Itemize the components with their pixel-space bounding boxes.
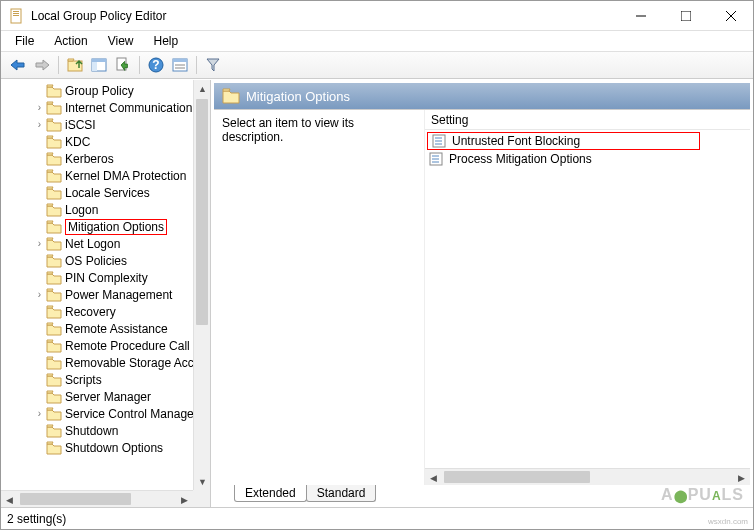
list-column-header[interactable]: Setting: [425, 110, 750, 130]
tree-node[interactable]: Kerberos: [1, 150, 210, 167]
tree-node[interactable]: Locale Services: [1, 184, 210, 201]
scroll-right-button[interactable]: ▶: [176, 491, 193, 507]
export-button[interactable]: [112, 54, 134, 76]
setting-icon: [432, 134, 448, 148]
show-hide-tree-button[interactable]: [88, 54, 110, 76]
folder-icon: [46, 288, 62, 302]
tree-node[interactable]: ›Net Logon: [1, 235, 210, 252]
tree-node-label: iSCSI: [65, 118, 96, 132]
maximize-button[interactable]: [663, 1, 708, 30]
up-button[interactable]: [64, 54, 86, 76]
scroll-thumb-h2[interactable]: [444, 471, 590, 483]
menu-bar: File Action View Help: [1, 31, 753, 51]
svg-rect-5: [681, 11, 691, 21]
tree-node[interactable]: Logon: [1, 201, 210, 218]
folder-icon: [222, 88, 240, 104]
back-button[interactable]: [7, 54, 29, 76]
folder-icon: [46, 356, 62, 370]
scroll-left-button[interactable]: ◀: [425, 469, 442, 485]
detail-description: Select an item to view its description.: [214, 110, 424, 485]
title-bar: Local Group Policy Editor: [1, 1, 753, 31]
scroll-thumb[interactable]: [196, 99, 208, 325]
menu-file[interactable]: File: [7, 32, 42, 50]
expander-icon[interactable]: ›: [33, 289, 46, 300]
scroll-up-button[interactable]: ▲: [194, 80, 211, 97]
tree-node[interactable]: Removable Storage Acces: [1, 354, 210, 371]
tree-node[interactable]: Shutdown Options: [1, 439, 210, 456]
tree-node[interactable]: Shutdown: [1, 422, 210, 439]
scroll-left-button[interactable]: ◀: [1, 491, 18, 507]
folder-icon: [46, 390, 62, 404]
expander-icon[interactable]: ›: [33, 119, 46, 130]
tree-node[interactable]: Recovery: [1, 303, 210, 320]
menu-action[interactable]: Action: [46, 32, 95, 50]
tree-node-label: Kerberos: [65, 152, 114, 166]
properties-button[interactable]: [169, 54, 191, 76]
tree-node-label: Recovery: [65, 305, 116, 319]
toolbar: ?: [1, 51, 753, 79]
minimize-button[interactable]: [618, 1, 663, 30]
filter-button[interactable]: [202, 54, 224, 76]
list-row-label: Process Mitigation Options: [449, 152, 592, 166]
scroll-track-h[interactable]: [18, 491, 176, 507]
scroll-down-button[interactable]: ▼: [194, 473, 211, 490]
tree-node[interactable]: ›Power Management: [1, 286, 210, 303]
tree-node-label: Locale Services: [65, 186, 150, 200]
tree[interactable]: Group Policy›Internet Communication N›iS…: [1, 80, 210, 458]
tree-node[interactable]: Remote Procedure Call: [1, 337, 210, 354]
tree-node[interactable]: KDC: [1, 133, 210, 150]
folder-icon: [46, 322, 62, 336]
tab-extended[interactable]: Extended: [234, 485, 307, 502]
scroll-track-h2[interactable]: [442, 469, 733, 485]
svg-rect-3: [13, 15, 19, 16]
tree-node[interactable]: ›iSCSI: [1, 116, 210, 133]
svg-rect-11: [92, 62, 97, 71]
tree-node[interactable]: Mitigation Options: [1, 218, 210, 235]
tree-node[interactable]: Remote Assistance: [1, 320, 210, 337]
svg-rect-16: [173, 59, 187, 62]
scroll-right-button[interactable]: ▶: [733, 469, 750, 485]
detail-horizontal-scrollbar[interactable]: ◀ ▶: [425, 468, 750, 485]
toolbar-separator: [58, 56, 59, 74]
folder-icon: [46, 237, 62, 251]
tab-standard[interactable]: Standard: [306, 485, 377, 502]
content-area: Group Policy›Internet Communication N›iS…: [1, 79, 753, 507]
list-body[interactable]: Untrusted Font BlockingProcess Mitigatio…: [425, 130, 750, 485]
toolbar-separator-3: [196, 56, 197, 74]
tree-node[interactable]: OS Policies: [1, 252, 210, 269]
scroll-track[interactable]: [194, 97, 210, 473]
svg-text:?: ?: [152, 58, 159, 72]
expander-icon[interactable]: ›: [33, 102, 46, 113]
tree-node[interactable]: ›Internet Communication N: [1, 99, 210, 116]
svg-rect-10: [92, 59, 106, 62]
tree-node[interactable]: Server Manager: [1, 388, 210, 405]
tree-node-label: Group Policy: [65, 84, 134, 98]
expander-icon[interactable]: ›: [33, 408, 46, 419]
tree-node-label: Logon: [65, 203, 98, 217]
folder-icon: [46, 186, 62, 200]
menu-help[interactable]: Help: [146, 32, 187, 50]
scroll-thumb-h[interactable]: [20, 493, 131, 505]
folder-icon: [46, 220, 62, 234]
tree-node[interactable]: Kernel DMA Protection: [1, 167, 210, 184]
folder-icon: [46, 135, 62, 149]
forward-button[interactable]: [31, 54, 53, 76]
tree-node-label: KDC: [65, 135, 90, 149]
tree-node-label: Scripts: [65, 373, 102, 387]
expander-icon[interactable]: ›: [33, 238, 46, 249]
help-button[interactable]: ?: [145, 54, 167, 76]
tree-node[interactable]: Scripts: [1, 371, 210, 388]
tree-node[interactable]: Group Policy: [1, 82, 210, 99]
close-button[interactable]: [708, 1, 753, 30]
status-text: 2 setting(s): [7, 512, 66, 526]
list-row[interactable]: Untrusted Font Blocking: [427, 132, 700, 150]
tree-vertical-scrollbar[interactable]: ▲ ▼: [193, 80, 210, 490]
tree-node[interactable]: ›Service Control Manager S: [1, 405, 210, 422]
tree-horizontal-scrollbar[interactable]: ◀ ▶: [1, 490, 193, 507]
list-row[interactable]: Process Mitigation Options: [425, 150, 750, 168]
menu-view[interactable]: View: [100, 32, 142, 50]
folder-icon: [46, 254, 62, 268]
svg-rect-2: [13, 13, 19, 14]
tree-node-label: Remote Assistance: [65, 322, 168, 336]
tree-node[interactable]: PIN Complexity: [1, 269, 210, 286]
